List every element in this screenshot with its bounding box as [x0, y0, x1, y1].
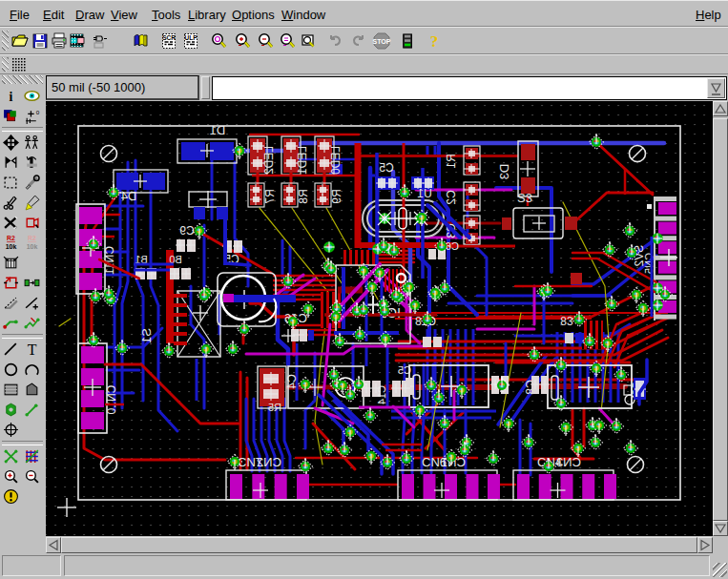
svg-text:CN2: CN2 — [257, 455, 281, 469]
svg-text:R5: R5 — [268, 402, 281, 413]
svg-text:R9: R9 — [330, 189, 343, 204]
svg-text:C5: C5 — [398, 364, 411, 376]
svg-text:D1: D1 — [210, 123, 226, 137]
svg-text:o: o — [35, 109, 39, 115]
svg-text:R7: R7 — [263, 189, 277, 204]
svg-text:R1: R1 — [445, 154, 458, 169]
svg-text:10k: 10k — [26, 242, 37, 249]
svg-text:SCR: SCR — [162, 34, 176, 41]
svg-text:S3: S3 — [517, 191, 532, 205]
svg-text:U1: U1 — [417, 187, 432, 200]
svg-text:T: T — [27, 341, 36, 358]
svg-text:LED1: LED1 — [296, 146, 309, 175]
svg-text:S1: S1 — [139, 328, 154, 343]
svg-text:10k: 10k — [5, 242, 16, 249]
svg-text:R2: R2 — [7, 235, 15, 241]
svg-text:C5: C5 — [379, 161, 394, 175]
svg-text:CN3: CN3 — [556, 455, 581, 469]
svg-text:C4: C4 — [285, 374, 299, 389]
svg-text:C14: C14 — [376, 385, 387, 404]
svg-text:C2: C2 — [445, 190, 458, 205]
svg-text:ULP: ULP — [185, 34, 198, 41]
svg-text:R2: R2 — [28, 235, 36, 241]
svg-text:LED2: LED2 — [262, 146, 276, 175]
svg-text:i: i — [9, 89, 12, 103]
svg-text:LED0: LED0 — [329, 146, 343, 175]
svg-text:D4: D4 — [121, 189, 137, 203]
svg-text:STOP: STOP — [373, 38, 391, 45]
svg-text:CN11: CN11 — [103, 246, 116, 275]
svg-text:R8: R8 — [297, 189, 310, 204]
svg-text:C6: C6 — [446, 240, 459, 252]
svg-text:C9: C9 — [179, 224, 195, 238]
svg-text:?: ? — [430, 32, 439, 50]
svg-text:D3: D3 — [497, 164, 511, 180]
svg-text:83: 83 — [560, 315, 573, 328]
svg-text:CN10: CN10 — [105, 385, 118, 415]
